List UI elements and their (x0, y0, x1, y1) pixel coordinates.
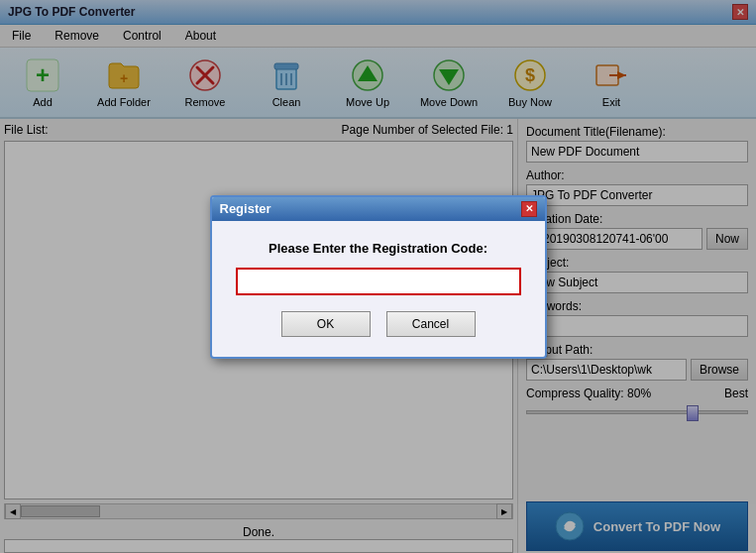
modal-prompt: Please Enter the Registration Code: (236, 241, 521, 256)
modal-title-bar: Register ✕ (212, 197, 545, 221)
modal-ok-button[interactable]: OK (281, 311, 371, 337)
modal-overlay: Register ✕ Please Enter the Registration… (0, 0, 756, 553)
modal-body: Please Enter the Registration Code: OK C… (212, 221, 545, 357)
register-dialog: Register ✕ Please Enter the Registration… (210, 195, 547, 359)
modal-buttons: OK Cancel (236, 311, 521, 337)
registration-code-input[interactable] (236, 268, 521, 295)
modal-title: Register (220, 201, 271, 216)
modal-cancel-button[interactable]: Cancel (386, 311, 476, 337)
modal-close-button[interactable]: ✕ (521, 201, 537, 217)
